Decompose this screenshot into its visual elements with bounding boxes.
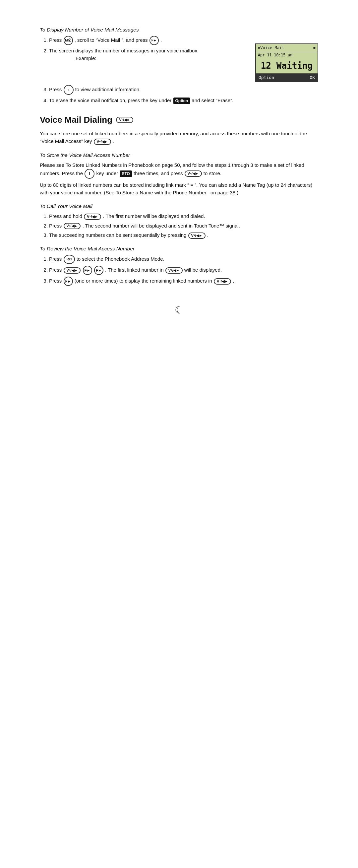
- call-steps: Press and hold V+/◀► . The first number …: [40, 212, 318, 239]
- step-4: To erase the voice mail notification, pr…: [49, 96, 318, 104]
- key-vmail-call1: V+/◀►: [84, 214, 101, 220]
- section-review-heading: To Review the Voice Mail Access Number: [40, 245, 318, 253]
- section2-intro: You can store one set of linked numbers …: [40, 130, 318, 145]
- key-f-rev3: F►: [64, 277, 73, 286]
- screen-date: Apr 11 10:15 am: [256, 52, 318, 59]
- section-display-voicemail: To Display Number of Voice Mail Messages…: [40, 26, 318, 104]
- section1-steps: Press Mⓥ , scroll to “Voice Mail ”, and …: [40, 36, 318, 104]
- call-step-2: Press V+/◀► . The second number will be …: [49, 222, 318, 229]
- key-vmail-main: V+/◀►: [116, 117, 133, 123]
- key-vmail-inline: V+/◀►: [94, 138, 111, 145]
- step4-text-after: and select “Erase”.: [192, 97, 233, 103]
- key-vmail-call3: V+/◀►: [188, 232, 205, 239]
- review-step3-after: .: [233, 278, 234, 284]
- call-step-3: The succeeding numbers can be sent seque…: [49, 231, 318, 239]
- main-heading-text: Voice Mail Dialing: [40, 114, 112, 126]
- screen-ok: OK: [310, 74, 315, 81]
- review-step3-before: Press: [49, 278, 63, 284]
- screen-bottom-row: Option OK: [256, 74, 318, 82]
- key-vmail-store: V+/◀►: [185, 170, 202, 177]
- key-vmail-call2: V+/◀►: [64, 223, 81, 229]
- step1-text-mid: , scroll to “Voice Mail ”, and press: [74, 37, 148, 43]
- review-step-3: Press F► (one or more times) to display …: [49, 277, 318, 286]
- call-step3-after: .: [207, 232, 208, 238]
- section-store-heading: To Store the Voice Mail Access Number: [40, 151, 318, 159]
- call-step3-before: The succeeding numbers can be sent seque…: [49, 232, 188, 238]
- review-step2-mid: . The first linked number in: [105, 267, 165, 273]
- key-f-rev2c: F►: [94, 266, 103, 275]
- bottom-moon-icon: ☾: [40, 303, 318, 317]
- call-step1-after: . The first number will be displayed and…: [103, 213, 205, 219]
- call-step-1: Press and hold V+/◀► . The first number …: [49, 212, 318, 220]
- step1-text-end: .: [160, 37, 162, 43]
- store-para1: Please see To Store Linked Numbers in Ph…: [40, 161, 318, 179]
- key-vmail-rev3b: V+/◀►: [214, 278, 231, 285]
- key-vmail-rev2d: V+/◀►: [165, 267, 183, 274]
- key-f-rev2b: F►: [83, 266, 92, 275]
- review-step2-after: will be displayed.: [184, 267, 222, 273]
- review-step3-mid: (one or more times) to display the remai…: [74, 278, 214, 284]
- review-step-1: Press Rcl to select the Phonebook Addres…: [49, 255, 318, 264]
- review-step-2: Press V+/◀► F► F► . The first linked num…: [49, 266, 318, 275]
- step-2: ✱Voice Mail ✱ Apr 11 10:15 am 12 Waiting…: [49, 47, 318, 82]
- example-label: Example:: [75, 55, 96, 61]
- key-i: I: [85, 169, 95, 179]
- call-step1-before: Press and hold: [49, 213, 84, 219]
- store-para2: Up to 80 digits of linked numbers can be…: [40, 181, 318, 197]
- call-step2-before: Press: [49, 223, 63, 228]
- screen-top-right: ✱: [313, 45, 316, 51]
- screen-display: ✱Voice Mail ✱ Apr 11 10:15 am 12 Waiting…: [255, 43, 318, 82]
- key-circle-nav: ○: [64, 85, 74, 95]
- review-step1-after: to select the Phonebook Address Mode.: [76, 256, 164, 262]
- key-option-black: Option: [173, 97, 190, 104]
- review-step1-before: Press: [49, 256, 63, 262]
- key-vmail-rev2a: V+/◀►: [64, 267, 81, 274]
- screen-option: Option: [259, 74, 274, 81]
- key-rcl: Rcl: [64, 255, 75, 264]
- step1-text-before: Press: [49, 37, 62, 43]
- step2-text: The screen displays the number of messag…: [49, 48, 199, 53]
- step3-text-after: to view additional information.: [75, 87, 141, 92]
- key-menu: Mⓥ: [64, 36, 73, 45]
- step4-text-before: To erase the voice mail notification, pr…: [49, 97, 173, 103]
- step-3: Press ○ to view additional information.: [49, 85, 318, 95]
- step3-text-before: Press: [49, 87, 63, 92]
- screen-big-text: 12 Waiting: [256, 58, 318, 73]
- section1-heading: To Display Number of Voice Mail Messages: [40, 26, 318, 34]
- review-steps: Press Rcl to select the Phonebook Addres…: [40, 255, 318, 286]
- main-heading: Voice Mail Dialing V+/◀►: [40, 114, 318, 126]
- screen-top-left: ✱Voice Mail: [258, 45, 284, 51]
- screen-top-row: ✱Voice Mail ✱: [256, 44, 318, 52]
- call-step2-after: . The second number will be displayed an…: [83, 223, 240, 228]
- key-f-right: F►: [150, 36, 159, 45]
- key-sto: STO: [120, 170, 132, 178]
- section-call-heading: To Call Your Voice Mail: [40, 202, 318, 210]
- section-voicemail-dialing: Voice Mail Dialing V+/◀► You can store o…: [40, 114, 318, 286]
- review-step2-before: Press: [49, 267, 63, 273]
